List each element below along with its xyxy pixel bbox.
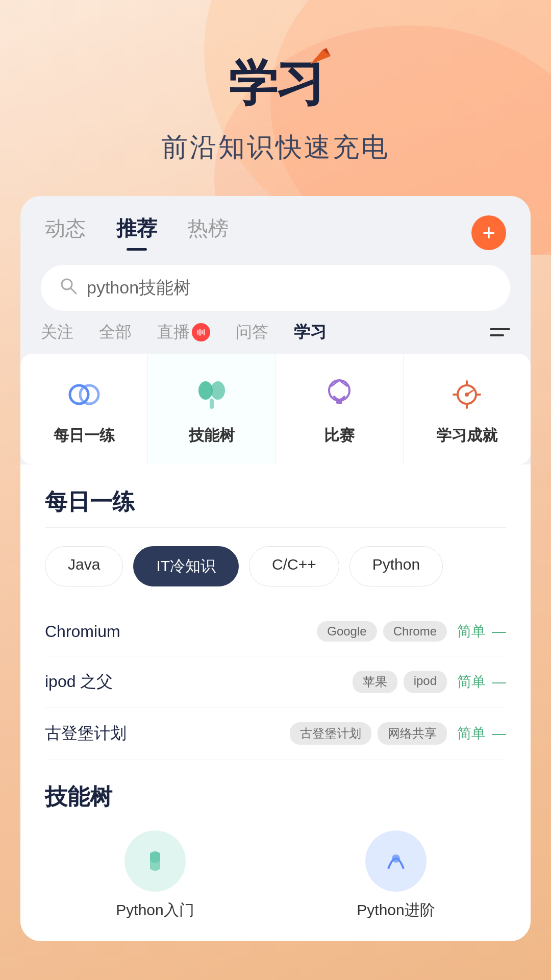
item-tags: 苹果 ipod [353,671,447,693]
difficulty-dash: — [492,725,506,742]
item-title-ipod: ipod 之父 [45,671,353,693]
svg-point-11 [198,381,213,400]
filter-study[interactable]: 学习 [294,321,327,344]
tech-tree-row: Python入门 Python进阶 [45,830,506,921]
pill-cpp[interactable]: C/C++ [249,546,339,586]
tag-network-share: 网络共享 [378,722,447,745]
pill-it-cold[interactable]: IT冷知识 [133,546,239,586]
logo-arrow-icon [308,46,333,66]
search-input[interactable]: python技能树 [87,276,191,300]
list-item[interactable]: ipod 之父 苹果 ipod 简单 — [45,656,506,708]
svg-point-25 [392,854,400,863]
category-grid: 每日一练 技能树 比赛 [20,354,531,464]
pill-java[interactable]: Java [45,546,123,586]
svg-rect-15 [336,401,342,404]
add-button[interactable]: + [471,215,506,250]
tech-tree-item-python-basic[interactable]: Python入门 [45,830,265,921]
tab-rebang[interactable]: 热榜 [188,214,229,251]
list-item[interactable]: Chromium Google Chrome 简单 — [45,607,506,656]
skill-tree-icon [191,374,232,415]
item-tags: 古登堡计划 网络共享 [290,722,447,745]
content-area: 每日一练 Java IT冷知识 C/C++ Python Chromium Go… [20,464,531,941]
item-difficulty: 简单 — [457,724,506,743]
tag-gutenberg: 古登堡计划 [290,722,371,745]
item-tags: Google Chrome [317,621,447,642]
tab-dongtai[interactable]: 动态 [45,214,86,251]
main-card: 动态 推荐 热榜 + python技能树 关注 全部 直播 [20,196,531,941]
achievement-icon [446,374,487,415]
filter-follow[interactable]: 关注 [41,321,73,344]
tech-name-python-advanced: Python进阶 [357,900,435,921]
category-daily-label: 每日一练 [54,425,115,446]
search-bar[interactable]: python技能树 [41,265,510,311]
svg-rect-6 [199,329,201,336]
filter-qa[interactable]: 问答 [236,321,268,344]
category-achievement-label: 学习成就 [436,425,497,446]
list-item[interactable]: 古登堡计划 古登堡计划 网络共享 简单 — [45,708,506,760]
tag-apple: 苹果 [353,671,397,693]
category-daily[interactable]: 每日一练 [20,354,148,464]
item-difficulty: 简单 — [457,622,506,641]
practice-pills: Java IT冷知识 C/C++ Python [45,546,506,586]
filter-menu-icon[interactable] [490,328,510,336]
tag-google: Google [317,621,377,642]
difficulty-easy: 简单 [457,622,486,641]
tech-name-python-basic: Python入门 [116,900,194,921]
svg-rect-7 [202,330,203,334]
tab-tuijian[interactable]: 推荐 [116,214,157,251]
live-badge [192,323,210,341]
competition-icon [319,374,360,415]
svg-rect-8 [204,329,205,335]
tag-ipod: ipod [404,671,447,693]
section-divider [45,527,506,528]
daily-practice-icon [64,374,105,415]
python-advanced-icon [365,830,427,892]
difficulty-easy: 简单 [457,724,486,743]
tag-chrome: Chrome [383,621,447,642]
svg-point-22 [465,393,469,397]
app-logo: 学 习 [0,51,551,117]
difficulty-dash: — [492,674,506,690]
svg-point-12 [211,381,225,400]
search-icon [59,277,78,300]
category-competition-label: 比赛 [324,425,355,446]
category-skill-tree-label: 技能树 [189,425,235,446]
category-skill-tree[interactable]: 技能树 [148,354,276,464]
category-competition[interactable]: 比赛 [276,354,404,464]
difficulty-easy: 简单 [457,672,486,692]
item-title-chromium: Chromium [45,622,317,641]
svg-line-4 [71,288,76,293]
daily-section-title: 每日一练 [45,464,506,527]
tabs-bar: 动态 推荐 热榜 + [20,196,531,251]
logo-xi: 习 [276,51,322,117]
app-subtitle: 前沿知识快速充电 [0,130,551,165]
filter-live[interactable]: 直播 [157,321,210,344]
logo-xue: 学 [229,51,276,117]
category-achievement[interactable]: 学习成就 [404,354,531,464]
tech-section-title: 技能树 [45,760,506,830]
item-difficulty: 简单 — [457,672,506,692]
svg-rect-13 [210,399,214,409]
header: 学 习 前沿知识快速充电 [0,0,551,196]
item-title-gutenberg: 古登堡计划 [45,722,290,745]
filter-all[interactable]: 全部 [99,321,132,344]
python-basic-icon [124,830,186,892]
filter-bar: 关注 全部 直播 问答 学习 [20,321,531,354]
pill-python[interactable]: Python [349,546,443,586]
tech-tree-item-python-advanced[interactable]: Python进阶 [286,830,506,921]
svg-point-14 [329,380,349,401]
difficulty-dash: — [492,623,506,640]
svg-rect-5 [197,330,198,335]
